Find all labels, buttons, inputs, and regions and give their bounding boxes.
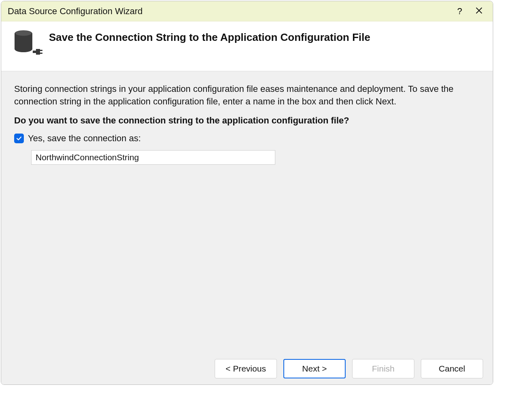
next-button[interactable]: Next > bbox=[283, 359, 346, 378]
previous-button[interactable]: < Previous bbox=[215, 359, 277, 378]
svg-rect-5 bbox=[40, 53, 42, 54]
close-button[interactable] bbox=[469, 2, 489, 21]
svg-point-2 bbox=[15, 46, 32, 52]
content-area: Storing connection strings in your appli… bbox=[1, 71, 493, 353]
title-bar: Data Source Configuration Wizard ? bbox=[1, 1, 493, 21]
close-icon bbox=[475, 6, 483, 17]
description-text: Storing connection strings in your appli… bbox=[14, 83, 480, 108]
help-icon: ? bbox=[457, 6, 462, 17]
question-text: Do you want to save the connection strin… bbox=[14, 115, 480, 126]
page-title: Save the Connection String to the Applic… bbox=[49, 30, 370, 44]
save-connection-checkbox-row: Yes, save the connection as: bbox=[14, 133, 480, 144]
checkmark-icon bbox=[16, 135, 22, 142]
save-connection-label: Yes, save the connection as: bbox=[28, 133, 141, 144]
cancel-button[interactable]: Cancel bbox=[421, 359, 483, 378]
button-bar: < Previous Next > Finish Cancel bbox=[1, 353, 493, 384]
window-title: Data Source Configuration Wizard bbox=[8, 6, 450, 17]
svg-point-3 bbox=[15, 31, 32, 36]
data-source-wizard-window: Data Source Configuration Wizard ? Save … bbox=[1, 1, 493, 385]
svg-rect-4 bbox=[40, 50, 42, 51]
header-banner: Save the Connection String to the Applic… bbox=[1, 21, 493, 71]
finish-button: Finish bbox=[352, 359, 414, 378]
database-plug-icon bbox=[13, 30, 49, 59]
save-connection-checkbox[interactable] bbox=[14, 134, 24, 143]
connection-name-input[interactable] bbox=[31, 150, 275, 165]
help-button[interactable]: ? bbox=[450, 2, 469, 21]
